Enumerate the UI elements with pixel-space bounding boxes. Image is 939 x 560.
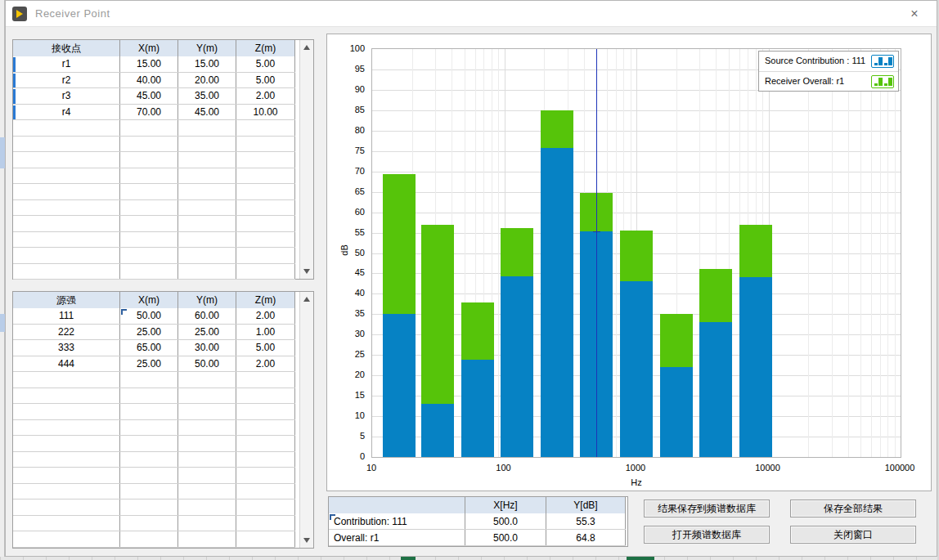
table-empty-cell (13, 152, 120, 168)
table-cell[interactable]: 333 (13, 340, 120, 356)
table-cell[interactable]: 25.00 (120, 325, 178, 341)
table-header-cell: Y(m) (178, 292, 236, 308)
save-all-results-button[interactable]: 保存全部结果 (790, 500, 916, 517)
table-cell[interactable]: 10.00 (236, 105, 295, 121)
table-cell[interactable]: 2.00 (236, 88, 295, 105)
table-empty-cell (120, 531, 178, 548)
vertical-scrollbar[interactable] (299, 292, 313, 548)
table-cell[interactable]: 15.00 (178, 56, 236, 73)
y-tick-label: 25 (329, 349, 365, 359)
table-cell[interactable]: 45.00 (178, 105, 236, 121)
table-empty-cell (236, 152, 295, 168)
scroll-up-icon[interactable] (303, 45, 310, 50)
table-cell[interactable]: 45.00 (120, 88, 178, 105)
table-cell[interactable]: 5.00 (236, 73, 295, 89)
plot-area[interactable] (371, 48, 901, 458)
table-cell[interactable]: r4 (13, 105, 120, 121)
bar-contribution (660, 367, 693, 457)
table-cell[interactable]: 60.00 (178, 308, 236, 325)
scroll-up-icon[interactable] (303, 297, 310, 302)
bar-overall (383, 174, 416, 315)
scroll-down-icon[interactable] (303, 538, 310, 543)
x-axis-title: Hz (604, 477, 669, 487)
row-selection-marker (13, 57, 16, 72)
table-cell[interactable]: 35.00 (178, 88, 236, 105)
table-cell[interactable]: 500.0 (465, 513, 546, 530)
y-tick-label: 100 (329, 43, 365, 53)
table-empty-cell (178, 404, 236, 420)
table-cell[interactable]: 2.00 (236, 308, 295, 325)
table-empty-cell (13, 184, 120, 200)
scroll-down-icon[interactable] (303, 269, 310, 274)
y-tick-label: 5 (329, 431, 365, 441)
table-empty-cell (120, 200, 178, 217)
table-empty-cell (120, 372, 178, 388)
cursor-line[interactable] (596, 49, 597, 457)
table-cell[interactable]: r3 (13, 88, 120, 105)
titlebar[interactable]: Receiver Point × (6, 1, 937, 27)
table-cell[interactable]: 50.00 (120, 308, 178, 325)
table-empty-cell (178, 152, 236, 168)
table-cell[interactable]: 50.00 (178, 356, 236, 373)
table-empty-cell (178, 232, 236, 249)
x-tick-label: 10000 (734, 463, 802, 473)
table-cell[interactable]: 25.00 (178, 325, 236, 341)
save-to-spectrum-db-button[interactable]: 结果保存到频谱数据库 (644, 500, 770, 517)
y-tick-label: 65 (329, 186, 365, 196)
row-selection-marker (13, 89, 16, 104)
table-header-cell: Y(m) (178, 40, 236, 56)
table-cell[interactable]: 70.00 (120, 105, 178, 121)
table-empty-cell (13, 216, 120, 232)
row-divider (329, 545, 626, 546)
open-spectrum-db-button[interactable]: 打开频谱数据库 (644, 526, 770, 544)
table-cell[interactable]: 40.00 (120, 73, 178, 89)
table-empty-cell (178, 452, 236, 468)
table-cell[interactable]: 65.00 (120, 340, 178, 356)
grid-line-minor (848, 49, 849, 457)
vertical-scrollbar[interactable] (299, 40, 313, 279)
x-tick-label: 100000 (865, 463, 934, 473)
table-empty-cell (236, 168, 295, 185)
selected-cell-corner (121, 309, 127, 315)
table-cell[interactable]: 5.00 (236, 56, 295, 73)
table-cell[interactable]: 64.8 (546, 530, 626, 546)
table-empty-cell (13, 264, 120, 280)
selected-cell-corner (330, 514, 335, 520)
row-divider (13, 547, 295, 548)
bar-overall (421, 225, 454, 405)
table-empty-cell (178, 436, 236, 452)
table-cell[interactable]: 1.00 (236, 325, 295, 341)
table-empty-cell (120, 404, 178, 420)
table-cell[interactable]: 55.3 (546, 513, 626, 530)
table-cell[interactable]: 444 (13, 356, 120, 373)
table-cell[interactable]: Contribution: 111 (329, 513, 465, 530)
legend-label: Source Contribution : 111 (765, 56, 865, 65)
table-empty-cell (13, 372, 120, 388)
table-cell[interactable]: 222 (13, 325, 120, 341)
table-cell[interactable]: r2 (13, 73, 120, 89)
table-header-cell: 接收点 (13, 40, 120, 56)
screen: Receiver Point × 接收点X(m)Y(m)Z(m)r115.001… (0, 0, 939, 560)
table-cell[interactable]: 15.00 (120, 56, 178, 73)
table-cell[interactable]: 2.00 (236, 356, 295, 373)
close-icon[interactable]: × (902, 5, 927, 23)
table-header-cell: X(m) (120, 292, 178, 308)
table-empty-cell (120, 120, 178, 137)
close-window-button[interactable]: 关闭窗口 (790, 526, 916, 544)
table-cell[interactable]: 5.00 (236, 340, 295, 356)
table-empty-cell (236, 420, 295, 437)
table-empty-cell (178, 500, 236, 516)
table-header-cell: X[Hz] (465, 497, 546, 513)
table-cell[interactable]: 20.00 (178, 73, 236, 89)
table-empty-cell (13, 468, 120, 484)
play-arrow-icon (16, 10, 23, 18)
table-cell[interactable]: 25.00 (120, 356, 178, 373)
table-cell[interactable]: 30.00 (178, 340, 236, 356)
table-cell[interactable]: 500.0 (465, 530, 546, 546)
table-empty-cell (236, 137, 295, 153)
table-cell[interactable]: Overall: r1 (329, 530, 465, 546)
table-empty-cell (13, 500, 120, 516)
table-cell[interactable]: 111 (13, 308, 120, 325)
y-tick-label: 40 (329, 288, 365, 298)
table-cell[interactable]: r1 (13, 56, 120, 73)
